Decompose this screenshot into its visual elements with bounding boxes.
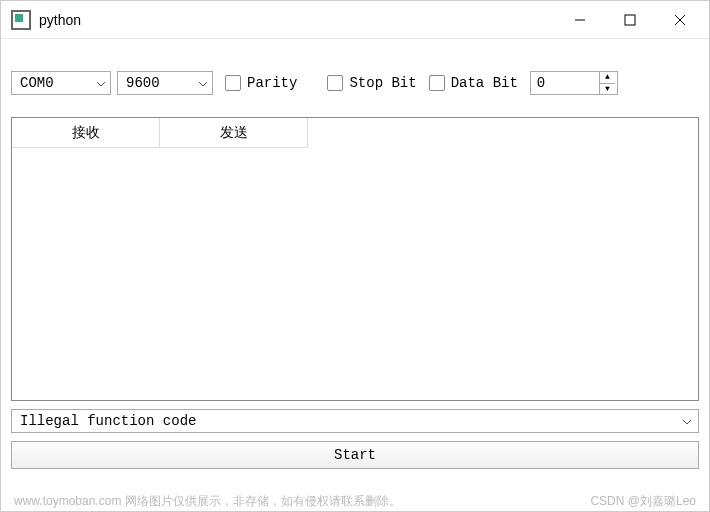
status-select[interactable]: Illegal function code [11,409,699,433]
parity-label: Parity [247,75,297,91]
value-spinbox[interactable]: ▲ ▼ [530,71,618,95]
content-area: COM0 9600 Parity Stop Bit Data Bit [1,39,709,469]
baud-value: 9600 [126,75,160,91]
databit-checkbox[interactable]: Data Bit [429,75,518,91]
app-icon [11,10,31,30]
close-button[interactable] [655,1,705,39]
checkbox-icon [327,75,343,91]
start-button[interactable]: Start [11,441,699,469]
checkbox-icon [429,75,445,91]
column-send[interactable]: 发送 [160,118,308,148]
footer-left: www.toymoban.com 网络图片仅供展示，非存储，如有侵权请联系删除。 [14,493,401,510]
table-header-row: 接收 发送 [12,118,698,148]
app-window: python COM0 9600 Parity [0,0,710,512]
titlebar: python [1,1,709,39]
footer-right: CSDN @刘嘉璐Leo [590,493,696,510]
chevron-down-icon [198,75,208,91]
window-title: python [39,12,81,28]
chevron-down-icon [96,75,106,91]
parity-checkbox[interactable]: Parity [225,75,297,91]
stopbit-checkbox[interactable]: Stop Bit [327,75,416,91]
column-receive[interactable]: 接收 [12,118,160,148]
maximize-button[interactable] [605,1,655,39]
port-select[interactable]: COM0 [11,71,111,95]
data-table: 接收 发送 [11,117,699,401]
status-value: Illegal function code [20,413,196,429]
stopbit-label: Stop Bit [349,75,416,91]
spin-arrows: ▲ ▼ [599,72,615,94]
chevron-down-icon [682,413,692,429]
svg-rect-1 [625,15,635,25]
minimize-button[interactable] [555,1,605,39]
start-label: Start [334,447,376,463]
spin-input[interactable] [531,72,599,94]
port-value: COM0 [20,75,54,91]
config-row: COM0 9600 Parity Stop Bit Data Bit [11,71,699,95]
footer-watermark: www.toymoban.com 网络图片仅供展示，非存储，如有侵权请联系删除。… [14,493,696,510]
databit-label: Data Bit [451,75,518,91]
spin-down-button[interactable]: ▼ [600,84,615,95]
baud-select[interactable]: 9600 [117,71,213,95]
checkbox-icon [225,75,241,91]
spin-up-button[interactable]: ▲ [600,72,615,84]
